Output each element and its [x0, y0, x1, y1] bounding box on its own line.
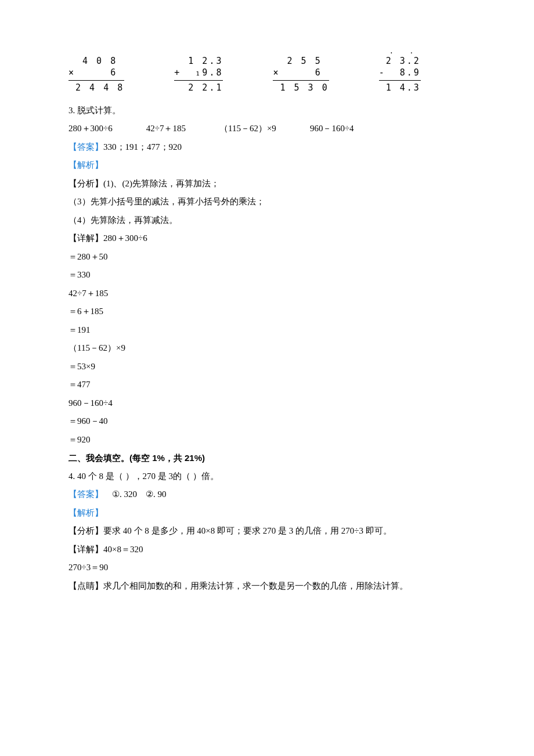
vcalc-2: 1 2.3 + ₁9.8 2 2.1: [174, 55, 223, 93]
vcalc-3-r3: 1 5 3 0: [273, 82, 329, 93]
q3-s1b: ＝330: [68, 266, 466, 285]
q3-s1a: ＝280＋50: [68, 248, 466, 267]
q4-jiexi: 【解析】: [68, 504, 466, 523]
vcalc-2-r1: 1 2.3: [174, 55, 223, 67]
vcalc-2-r2: + ₁9.8: [174, 67, 223, 78]
q3-p3: （115－62）×9: [219, 120, 276, 138]
vcalc-4-r1: 2 3.2: [379, 55, 421, 67]
q3-p4: 960－160÷4: [310, 120, 354, 138]
q3-s3b: ＝477: [68, 376, 466, 394]
q3-s3a: ＝53×9: [68, 358, 466, 376]
vcalc-1: 4 0 8 × 6 2 4 4 8: [68, 55, 124, 93]
q3-p2: 42÷7＋185: [146, 120, 186, 138]
q3-s2h: 42÷7＋185: [68, 285, 466, 303]
q4-answer-line: 【答案】 ①. 320 ②. 90: [68, 485, 466, 504]
q3-s4h: 960－160÷4: [68, 394, 466, 413]
vcalc-4-r2: - 8.9: [379, 67, 421, 78]
vcalc-4-r3: 1 4.3: [379, 82, 421, 93]
vcalc-1-r1: 4 0 8: [68, 55, 124, 67]
q3-answer-line: 【答案】330；191；477；920: [68, 138, 466, 157]
vcalc-4: 2 3.2 - 8.9 1 4.3: [379, 55, 421, 93]
vcalc-3: 2 5 5 × 6 1 5 3 0: [273, 55, 329, 93]
q4-xj-line1: 【详解】40×8＝320: [68, 541, 466, 559]
q3-s3h: （115－62）×9: [68, 339, 466, 358]
vcalc-2-rule: [174, 80, 223, 81]
vcalc-3-r2: × 6: [273, 67, 329, 78]
q3-xj-expr: 280＋300÷6: [103, 233, 147, 243]
q3-jiexi: 【解析】: [68, 156, 466, 175]
q4-xj1: 40×8＝320: [103, 545, 143, 554]
q4-xj-label: 【详解】: [68, 545, 103, 554]
q3-xj-head: 【详解】280＋300÷6: [68, 229, 466, 248]
q3-p1: 280＋300÷6: [68, 120, 113, 138]
q3-s2b: ＝191: [68, 321, 466, 340]
vcalc-3-rule: [273, 80, 329, 81]
q3-fenxi3: （3）先算小括号里的减法，再算小括号外的乘法；: [68, 193, 466, 211]
vcalc-1-rule: [68, 80, 124, 81]
q4-dianjing: 【点睛】求几个相同加数的和，用乘法计算，求一个数是另一个数的几倍，用除法计算。: [68, 577, 466, 596]
q3-s4b: ＝920: [68, 431, 466, 449]
q4-title: 4. 40 个 8 是（ ），270 是 3的（ ）倍。: [68, 467, 466, 486]
vcalc-1-r2: × 6: [68, 67, 124, 78]
q3-fenxi12: 【分析】(1)、(2)先算除法，再算加法；: [68, 175, 466, 193]
q3-answer-label: 【答案】: [68, 142, 103, 152]
q4-fenxi: 【分析】要求 40 个 8 是多少，用 40×8 即可；要求 270 是 3 的…: [68, 522, 466, 541]
q3-xj-label: 【详解】: [68, 233, 103, 243]
vcalc-2-r3: 2 2.1: [174, 82, 223, 93]
q3-title: 3. 脱式计算。: [68, 102, 466, 120]
vcalc-1-r3: 2 4 4 8: [68, 82, 124, 93]
q3-answer: 330；191；477；920: [103, 142, 182, 152]
q4-xj2: 270÷3＝90: [68, 559, 466, 577]
vcalc-4-rule: [379, 80, 421, 81]
q3-fenxi4: （4）先算除法，再算减法。: [68, 211, 466, 230]
vcalc-3-r1: 2 5 5: [273, 55, 329, 67]
section-2-title: 二、我会填空。(每空 1%，共 21%): [68, 449, 466, 467]
vertical-calc-row: 4 0 8 × 6 2 4 4 8 1 2.3 + ₁9.8 2 2.1 2 5…: [68, 55, 466, 93]
q4-answer-label: 【答案】: [68, 489, 103, 499]
q3-s2a: ＝6＋185: [68, 303, 466, 321]
q3-problems: 280＋300÷6 42÷7＋185 （115－62）×9 960－160÷4: [68, 120, 466, 138]
q3-s4a: ＝960－40: [68, 412, 466, 431]
q4-answer: ①. 320 ②. 90: [103, 489, 167, 499]
